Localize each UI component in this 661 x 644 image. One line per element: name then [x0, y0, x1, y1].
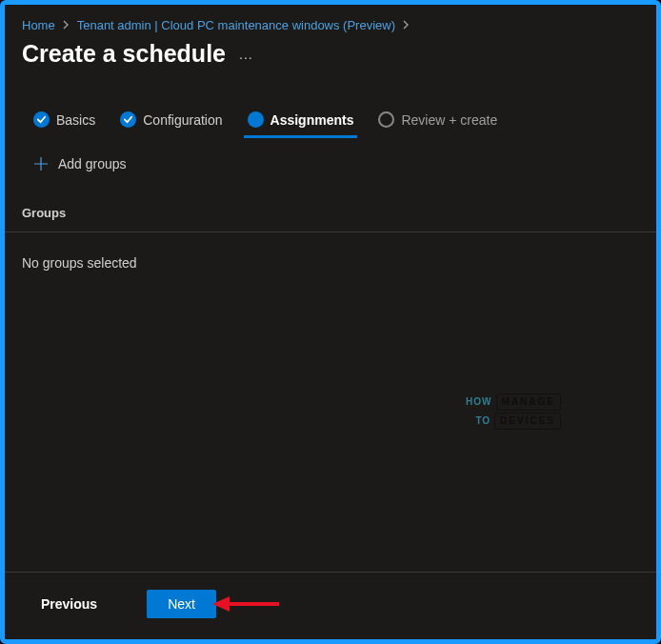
chevron-right-icon: [403, 20, 410, 31]
breadcrumb-section[interactable]: Tenant admin | Cloud PC maintenance wind…: [77, 18, 395, 32]
next-button[interactable]: Next: [147, 590, 216, 618]
tab-label: Review + create: [401, 112, 497, 128]
check-circle-icon: [120, 111, 136, 128]
groups-column-header: Groups: [22, 206, 639, 228]
breadcrumb-home[interactable]: Home: [22, 18, 55, 32]
watermark: HOW MANAGE TO DEVICES: [466, 393, 561, 430]
tab-label: Basics: [56, 112, 95, 128]
add-groups-button[interactable]: Add groups: [22, 156, 639, 171]
filled-circle-icon: [248, 111, 264, 128]
add-groups-label: Add groups: [58, 156, 127, 171]
tab-configuration[interactable]: Configuration: [120, 106, 222, 137]
wizard-footer: Previous Next: [5, 572, 656, 639]
empty-circle-icon: [378, 111, 394, 128]
tab-review-create[interactable]: Review + create: [378, 106, 497, 137]
groups-empty-message: No groups selected: [22, 255, 639, 271]
more-actions-button[interactable]: ···: [239, 44, 253, 65]
previous-button[interactable]: Previous: [33, 591, 105, 617]
wizard-tabs: Basics Configuration Assignments Review …: [22, 106, 639, 137]
check-circle-icon: [33, 111, 50, 128]
chevron-right-icon: [63, 20, 70, 31]
tab-basics[interactable]: Basics: [33, 106, 95, 137]
breadcrumb: Home Tenant admin | Cloud PC maintenance…: [22, 18, 639, 32]
tab-label: Assignments: [270, 112, 354, 128]
annotation-arrow-icon: [212, 594, 281, 614]
divider: [5, 231, 656, 232]
page-title: Create a schedule: [22, 40, 226, 68]
tab-label: Configuration: [143, 112, 222, 128]
tab-assignments[interactable]: Assignments: [248, 106, 354, 137]
plus-icon: [33, 156, 49, 171]
